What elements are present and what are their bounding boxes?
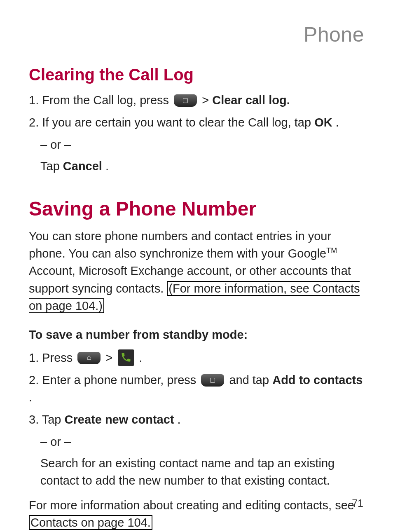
text: .: [139, 351, 143, 364]
heading-saving-phone-number: Saving a Phone Number: [29, 197, 364, 220]
page-number: 71: [352, 497, 363, 509]
text: For more information about creating and …: [29, 499, 354, 512]
text: .: [105, 159, 109, 173]
text: and tap: [229, 373, 272, 387]
text: 2. If you are certain you want to clear …: [29, 116, 314, 129]
cancel-label: Cancel: [63, 159, 102, 173]
menu-key-icon: [174, 94, 197, 107]
footer-paragraph: For more information about creating and …: [29, 497, 364, 531]
home-key-icon: [77, 352, 101, 364]
subheading-save-standby: To save a number from standby mode:: [29, 326, 364, 343]
text: .: [29, 391, 32, 404]
text: 1. Press: [29, 351, 76, 364]
step-2-enter-number: 2. Enter a phone number, press and tap A…: [29, 371, 364, 406]
create-new-contact-label: Create new contact: [65, 413, 174, 426]
page: Phone Clearing the Call Log 1. From the …: [0, 0, 393, 532]
ok-label: OK: [314, 116, 332, 129]
link-contacts-p104-footer[interactable]: Contacts on page 104.: [29, 515, 152, 530]
alt-existing-contact: Search for an existing contact name and …: [40, 455, 364, 489]
text: >: [202, 94, 212, 107]
step-1-clear-log: 1. From the Call log, press > Clear call…: [29, 91, 364, 109]
heading-clearing-call-log: Clearing the Call Log: [29, 65, 364, 84]
text: Tap: [40, 159, 63, 173]
intro-paragraph: You can store phone numbers and contact …: [29, 227, 364, 314]
running-title: Phone: [29, 23, 364, 47]
text: 2. Enter a phone number, press: [29, 373, 199, 387]
step-3-create-contact: 3. Tap Create new contact .: [29, 411, 364, 428]
menu-key-icon: [201, 374, 224, 387]
text: .: [336, 116, 339, 129]
tap-cancel: Tap Cancel .: [40, 157, 364, 175]
text: 1. From the Call log, press: [29, 94, 172, 107]
or-divider-2: – or –: [40, 433, 364, 450]
text: 3. Tap: [29, 413, 65, 426]
phone-app-icon: [118, 349, 134, 366]
text: >: [106, 351, 116, 364]
or-divider: – or –: [40, 136, 364, 153]
step-1-press: 1. Press > .: [29, 349, 364, 366]
clear-call-log-label: Clear call log.: [212, 94, 290, 107]
text: You can store phone numbers and contact …: [29, 230, 331, 260]
add-to-contacts-label: Add to contacts: [272, 373, 363, 387]
text: .: [178, 413, 181, 426]
step-2-confirm-clear: 2. If you are certain you want to clear …: [29, 114, 364, 131]
trademark: TM: [326, 247, 337, 255]
